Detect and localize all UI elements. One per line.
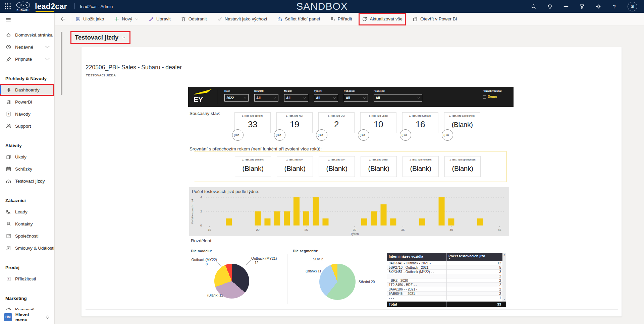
help-icon[interactable]: ?: [611, 4, 617, 9]
weekly-test-drives-chart[interactable]: Počet testovacích jízd podle týdne: 0241…: [189, 187, 509, 236]
avatar[interactable]: SI: [628, 2, 637, 11]
table-row[interactable]: - - -1: [387, 296, 506, 300]
subaru-logo: SUBARU: [15, 1, 31, 12]
demo-checkbox-row[interactable]: Demo: [483, 95, 502, 99]
sidebar-item-powerbi[interactable]: PowerBI: [0, 96, 54, 108]
command-edit[interactable]: Upravit: [148, 15, 172, 23]
filter-dropdown-t-den[interactable]: All: [314, 94, 338, 102]
filter-dropdown-rok[interactable]: 2022: [224, 94, 249, 102]
sidebar-item-sch-zky[interactable]: Schůzky: [0, 163, 54, 175]
kpi-blank-badge: (Bla...: [232, 129, 244, 141]
contract-icon: [6, 245, 11, 251]
demo-checkbox[interactable]: [483, 95, 486, 99]
vehicle-table: Interní název vozidla Počet testovacích …: [387, 253, 506, 307]
clock-icon: [6, 44, 11, 50]
back-button[interactable]: [60, 16, 66, 22]
command-share-dashboard[interactable]: Sdílet řídicí panel: [276, 15, 321, 23]
divider: [287, 254, 287, 304]
sidebar-item-smlouvy-ud-losti[interactable]: Smlouvy & Události: [0, 242, 54, 254]
sidebar-item-label: Dashboardy: [15, 87, 40, 92]
kpi-card-test-j-zd-spole-nost: Σ Test. jízd Společnost:(Blank): [444, 156, 481, 177]
svg-text:30: 30: [353, 228, 356, 232]
pie-segment-chart[interactable]: [319, 264, 356, 300]
sidebar-section-p-ehledy-n-vody: Přehledy & Návody: [0, 74, 54, 84]
table-row[interactable]: 1T2 3456 - BRZ - -2: [387, 283, 506, 287]
filter-value: All: [256, 96, 261, 100]
scroll-up-icon[interactable]: ∧: [503, 254, 505, 256]
filter-dropdown-prodejce[interactable]: All: [374, 94, 422, 102]
sidebar-footer-main-menu[interactable]: HM Hlavní menu: [0, 310, 54, 324]
search-icon[interactable]: [531, 4, 537, 9]
table-row[interactable]: 8XY3451 - Outback (MY22) - -3: [387, 270, 506, 274]
sidebar-item-p-le-itosti[interactable]: !Příležitosti: [0, 273, 54, 285]
command-label: Otevřít v Power BI: [420, 16, 457, 21]
app-name-text: lead2car: [35, 2, 67, 11]
filter-icon[interactable]: [579, 4, 585, 9]
command-new[interactable]: Nový: [113, 15, 140, 23]
sidebar-item-dashboardy[interactable]: Dashboardy: [0, 84, 54, 96]
command-refresh-all[interactable]: Aktualizovat vše: [361, 15, 404, 23]
test-drive-count-cell: 2: [446, 274, 506, 278]
sidebar-item-label: Smlouvy & Události: [15, 246, 54, 251]
command-open-powerbi[interactable]: Otevřít v Power BI: [412, 15, 458, 23]
pie-segment-callout-right: Střední 20: [359, 280, 375, 284]
sidebar-item-p-ipnut[interactable]: Připnuté: [0, 53, 54, 65]
open-icon: [413, 16, 418, 22]
command-set-default[interactable]: Nastavit jako výchozí: [216, 15, 268, 23]
dashboard-selector[interactable]: Testovací jízdy: [71, 32, 129, 43]
sidebar-section-z-kazn-ci: Zákazníci: [0, 196, 54, 206]
filter-dropdown-kvart-l[interactable]: All: [254, 94, 278, 102]
guide-icon: ?: [6, 111, 11, 117]
sidebar-item-testovac-j-zdy[interactable]: Testovací jízdy: [0, 175, 54, 187]
plus-cmd-icon: [114, 16, 119, 22]
command-label: Uložit jako: [83, 16, 104, 21]
command-label: Nastavit jako výchozí: [225, 16, 267, 21]
filter-dropdown-m-s-c[interactable]: All: [284, 94, 308, 102]
filter-dropdown-pobo-ka[interactable]: All: [344, 94, 368, 102]
hamburger-icon[interactable]: [5, 17, 11, 23]
vehicle-table-header[interactable]: Interní název vozidla Počet testovacích …: [387, 253, 506, 261]
sidebar-item-label: Domovská stránka: [15, 33, 53, 38]
bulb-icon[interactable]: [547, 4, 553, 9]
sidebar-item-label: Nedávné: [15, 45, 33, 50]
sidebar-item-spole-nosti[interactable]: Společnosti: [0, 230, 54, 242]
test-drive-count-cell: 12: [446, 261, 506, 265]
command-assign[interactable]: Přiřadit: [329, 15, 353, 23]
sidebar-item-kontakty[interactable]: Kontakty: [0, 218, 54, 230]
table-scrollbar[interactable]: ∧∨: [502, 253, 506, 302]
column-header-test-drives[interactable]: Počet testovacích jízd▼: [446, 253, 506, 261]
table-row[interactable]: - BRZ - 2020 -2: [387, 278, 506, 283]
filter-value: All: [346, 96, 350, 100]
table-row[interactable]: 2: [387, 274, 506, 278]
app-logo[interactable]: lead2car: [35, 1, 67, 11]
sidebar-item-ned-vn[interactable]: Nedávné: [0, 41, 54, 53]
gear-icon[interactable]: [595, 4, 601, 9]
command-label: Přiřadit: [338, 16, 352, 21]
sidebar-section-prodej: Prodej: [0, 263, 54, 273]
svg-text:15: 15: [208, 228, 211, 232]
top-navigation-bar: SUBARU lead2car lead2car - Admin SANDBOX…: [0, 0, 644, 13]
quick-create-icon[interactable]: [563, 4, 569, 9]
sidebar-item-support[interactable]: Support: [0, 120, 54, 132]
home-icon: [6, 32, 11, 38]
sidebar-item-label: Návody: [15, 112, 31, 117]
table-row[interactable]: 9AD3341 - Outback - 2021 -12: [387, 261, 506, 265]
scroll-down-icon[interactable]: ∨: [503, 298, 505, 301]
chevron-down-icon: [303, 96, 306, 100]
waffle-icon[interactable]: [4, 3, 11, 10]
sidebar-item-koly[interactable]: Úkoly: [0, 151, 54, 163]
sidebar-section-aktivity: Aktivity: [0, 141, 54, 151]
command-delete[interactable]: Odstranit: [180, 15, 208, 23]
sidebar-item-n-vody[interactable]: ?Návody: [0, 108, 54, 120]
command-save-as[interactable]: Uložit jako: [74, 15, 105, 23]
sidebar-item-domovsk-str-nka[interactable]: Domovská stránka: [0, 29, 54, 41]
filter-m-s-c: Měsíc:All: [284, 89, 308, 102]
table-row[interactable]: 9AB6045 - - 2021 -2: [387, 291, 506, 296]
svg-text:4: 4: [200, 196, 202, 199]
scrollbar-thumb[interactable]: [61, 32, 62, 95]
test-drive-count-cell: 1: [446, 296, 506, 300]
table-row[interactable]: 5SP2710 - Outback - 2021 -5: [387, 265, 506, 270]
sidebar-item-leady[interactable]: Leady: [0, 206, 54, 218]
column-header-vehicle-name[interactable]: Interní název vozidla: [387, 253, 446, 261]
table-row[interactable]: 8AR6186 - - 2021 -2: [387, 287, 506, 291]
